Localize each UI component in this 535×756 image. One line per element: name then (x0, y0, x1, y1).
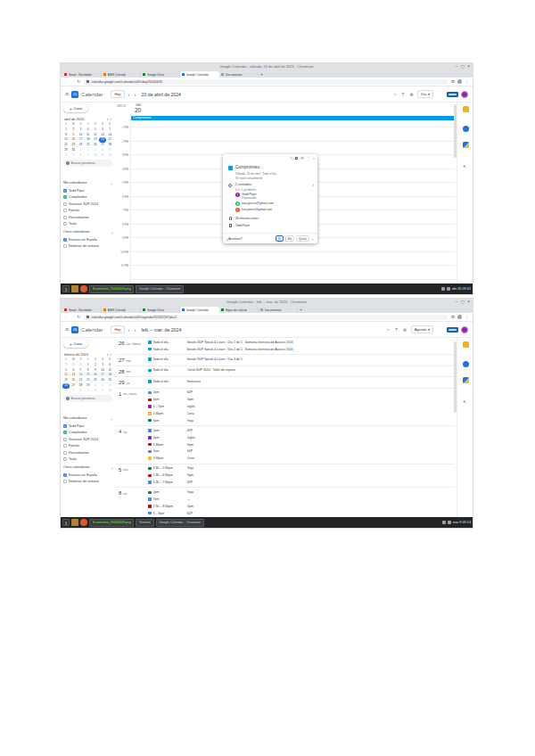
main-menu-icon[interactable]: ≡ (65, 91, 69, 97)
account-avatar[interactable] (461, 326, 468, 333)
calendar-list-item[interactable]: Números de semana (63, 479, 114, 486)
new-tab-button[interactable]: + (259, 71, 265, 78)
calendar-checkbox[interactable] (63, 444, 67, 448)
agenda-date[interactable]: 1vie., marzo (116, 390, 148, 424)
terminal-launcher-icon[interactable]: ❯ (62, 285, 70, 292)
calendar-list-item[interactable]: ✓Cumpleaños (63, 430, 114, 437)
settings-icon[interactable]: ⚙ (401, 327, 407, 333)
agenda-date[interactable]: 4lun. (116, 427, 148, 462)
calendar-list-item[interactable]: Recordatorios (63, 449, 114, 456)
agenda-event[interactable]: 7pmS2P (148, 448, 455, 455)
agenda-date[interactable]: 27mar. (116, 356, 148, 364)
browser-tab[interactable]: AWS Console (102, 307, 141, 313)
agenda-event[interactable]: Todo el díaSesión SUP Speak & Learn · Dí… (148, 346, 455, 353)
volume-icon[interactable] (447, 287, 450, 291)
calendar-checkbox[interactable] (63, 438, 67, 441)
add-calendar-icon[interactable]: + (111, 230, 113, 234)
browser-tab[interactable]: Hojas de cálculo (219, 307, 259, 313)
agenda-event[interactable]: 2pmS2P (148, 427, 455, 434)
view-selector[interactable]: Día ▾ (417, 90, 433, 98)
window-controls[interactable]: – ▢ × (456, 299, 471, 306)
tasks-icon[interactable] (463, 361, 469, 367)
calendar-list-item[interactable]: Sesiones SUP 2024 (63, 201, 114, 208)
taskbar-window-button[interactable]: Screenshot_20240309.png (89, 519, 134, 527)
extensions-icon[interactable]: ⊞ (451, 315, 455, 319)
agenda-event[interactable]: Todo el díaSesión SUP Speak & Learn · Dí… (148, 339, 455, 346)
help-icon[interactable]: ? (393, 327, 399, 333)
keep-icon[interactable] (463, 106, 469, 112)
mini-day[interactable]: 8 (77, 153, 84, 159)
browser-tab[interactable]: Gmail - Recibidos (62, 307, 102, 313)
hour-slot[interactable]: 2 PM (130, 141, 456, 155)
mini-day[interactable]: 9 (99, 389, 106, 394)
rsvp-more-icon[interactable]: ⌄ (311, 236, 314, 241)
search-people-field[interactable]: Buscar personas (63, 160, 112, 167)
calendar-checkbox[interactable]: ✓ (63, 473, 67, 477)
today-button[interactable]: Hoy (111, 90, 124, 98)
window-controls[interactable]: – ▢ × (456, 63, 471, 70)
mini-day[interactable]: 10 (106, 389, 113, 394)
new-tab-button[interactable]: + (298, 307, 304, 313)
calendar-checkbox[interactable] (63, 222, 67, 226)
contacts-icon[interactable] (463, 377, 469, 383)
create-button[interactable]: + Crear (63, 104, 88, 112)
agenda-event[interactable]: 7:30 – 8:30pmGym (148, 503, 455, 510)
next-range-icon[interactable]: › (134, 327, 137, 333)
mini-day[interactable]: 7 (85, 389, 92, 394)
browser-launcher-icon[interactable] (80, 285, 87, 292)
create-button[interactable]: + Crear (63, 340, 88, 348)
mini-day[interactable]: 6 (62, 153, 70, 159)
calendar-list-item[interactable]: ✓Festivos en España (63, 472, 114, 479)
help-icon[interactable]: ? (400, 92, 406, 97)
calendar-checkbox[interactable]: ✓ (63, 189, 67, 193)
clock[interactable]: abr 20 09:41 (452, 287, 471, 291)
calendar-list-item[interactable]: Familia (63, 208, 114, 215)
search-icon[interactable]: ⌕ (386, 326, 391, 333)
prev-range-icon[interactable]: ‹ (128, 327, 131, 333)
get-addons-icon[interactable]: + (463, 399, 466, 404)
browser-profile-avatar[interactable] (457, 79, 462, 84)
calendar-checkbox[interactable] (63, 202, 67, 206)
calendar-checkbox[interactable] (63, 451, 67, 455)
mini-day[interactable]: 5 (70, 389, 77, 394)
calendar-list-item[interactable]: Tasks (63, 456, 114, 464)
prev-day-icon[interactable]: ‹ (128, 92, 131, 97)
calendar-list-item[interactable]: Recordatorios (63, 214, 114, 221)
calendar-checkbox[interactable]: ✓ (63, 431, 67, 434)
network-icon[interactable] (442, 521, 446, 524)
calendar-list-item[interactable]: ✓Festivos en España (63, 236, 114, 243)
mini-day[interactable]: 10 (92, 153, 99, 159)
account-avatar[interactable] (461, 91, 468, 98)
agenda-event[interactable]: 6:30pmCena (148, 410, 455, 417)
delete-event-icon[interactable] (295, 157, 298, 160)
url-field[interactable]: calendar.google.com/calendar/u/0/r/day/2… (84, 79, 448, 85)
rsvp-option[interactable]: Sí (276, 235, 284, 242)
calendar-list-item[interactable]: Tasks (63, 221, 114, 228)
agenda-event[interactable]: 4:30 – 5:30pmYoga (148, 465, 455, 472)
network-icon[interactable] (441, 287, 445, 291)
back-icon[interactable]: ← (64, 79, 69, 84)
agenda-event[interactable]: 2pmS2P (148, 390, 455, 397)
files-launcher-icon[interactable] (71, 519, 78, 526)
all-day-event[interactable]: Compromiso (131, 116, 455, 120)
view-selector[interactable]: Agenda ▾ (411, 325, 433, 333)
agenda-event[interactable]: 6:30 – 7:30pmS2P (148, 479, 455, 486)
agenda-event[interactable]: Todo el díaSesión SUP Speak & Learn · Dí… (148, 356, 455, 363)
edit-event-icon[interactable]: ✎ (290, 156, 292, 160)
settings-icon[interactable]: ⚙ (408, 92, 415, 97)
agenda-event[interactable]: 4pmGym (148, 396, 455, 403)
browser-profile-avatar[interactable] (457, 315, 462, 319)
agenda-date[interactable]: 28mié. (116, 367, 148, 375)
agenda-event[interactable]: 8:30pmCena (148, 455, 455, 462)
rsvp-option[interactable]: No (285, 235, 294, 242)
mini-day[interactable]: 8 (92, 389, 99, 394)
agenda-event[interactable]: 7pm— (148, 496, 455, 503)
next-day-icon[interactable]: › (134, 92, 137, 97)
calendar-list-item[interactable]: Números de semana (63, 243, 114, 251)
tasks-icon[interactable] (463, 126, 469, 132)
reload-icon[interactable]: ↻ (77, 315, 80, 319)
search-icon[interactable]: ⌕ (392, 91, 398, 97)
calendar-checkbox[interactable] (63, 209, 67, 212)
keep-icon[interactable] (463, 341, 469, 348)
browser-tab[interactable]: Google Calendar (180, 307, 219, 313)
